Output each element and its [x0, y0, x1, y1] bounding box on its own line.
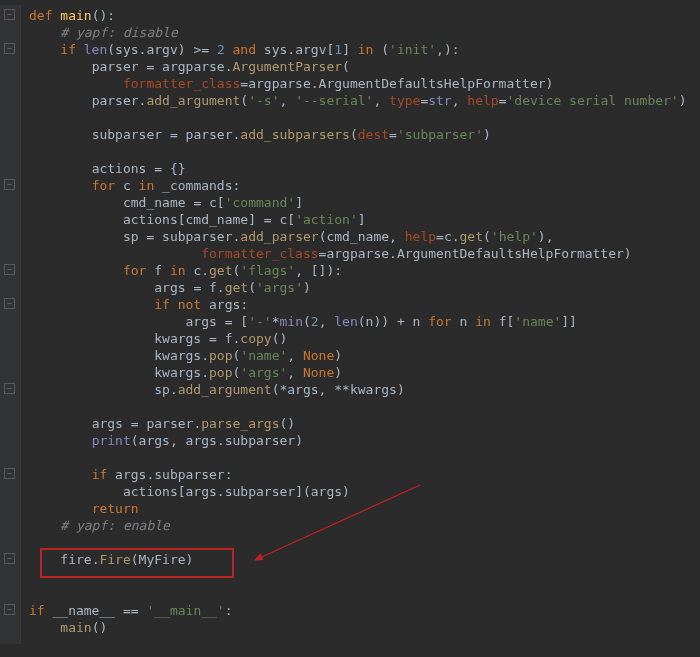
func: add_argument	[178, 382, 272, 397]
comment: # yapf: enable	[60, 518, 170, 533]
fold-icon[interactable]: −	[4, 383, 15, 394]
fold-icon[interactable]: −	[4, 298, 15, 309]
str: '__main__'	[146, 603, 224, 618]
str: 'device serial number'	[507, 93, 679, 108]
id: c	[123, 178, 131, 193]
op: =	[146, 59, 154, 74]
id: cmd_name	[326, 229, 389, 244]
code-block[interactable]: def main(): # yapf: disable if len(sys.a…	[21, 5, 695, 644]
builtin-len: len	[84, 42, 107, 57]
id: argv	[295, 42, 326, 57]
kw: for	[428, 314, 451, 329]
id: _commands	[162, 178, 232, 193]
func: pop	[209, 348, 232, 363]
id: args	[115, 467, 146, 482]
func: add_argument	[146, 93, 240, 108]
id: parser	[186, 127, 233, 142]
id: ArgumentDefaultsHelpFormatter	[397, 246, 624, 261]
id: args	[154, 280, 185, 295]
str: 'subparser'	[397, 127, 483, 142]
id: kwargs	[154, 348, 201, 363]
str: '-s'	[248, 93, 279, 108]
str: '-'	[248, 314, 271, 329]
kw: if	[29, 603, 45, 618]
kw: if	[154, 297, 170, 312]
param: formatter_class	[123, 76, 240, 91]
fold-icon[interactable]: −	[4, 264, 15, 275]
id: args	[92, 416, 123, 431]
kw: in	[139, 178, 155, 193]
id: kwargs	[350, 382, 397, 397]
id: sp	[123, 229, 139, 244]
num: 1	[334, 42, 342, 57]
fold-icon[interactable]: −	[4, 9, 15, 20]
id: f	[154, 263, 162, 278]
id: args	[186, 484, 217, 499]
id: f	[225, 331, 233, 346]
id: MyFire	[139, 552, 186, 567]
str: 'action'	[295, 212, 358, 227]
func: copy	[240, 331, 271, 346]
id: f	[209, 280, 217, 295]
str: 'flags'	[240, 263, 295, 278]
id: sys	[264, 42, 287, 57]
id: args	[139, 433, 170, 448]
id: kwargs	[154, 365, 201, 380]
num: 2	[311, 314, 319, 329]
str: 'init'	[389, 42, 436, 57]
id: sys	[115, 42, 138, 57]
func-main: main	[60, 8, 91, 23]
func: Fire	[99, 552, 130, 567]
id: actions	[123, 212, 178, 227]
builtin: len	[334, 314, 357, 329]
id: subparser	[225, 484, 295, 499]
param: help	[467, 93, 498, 108]
id: f	[499, 314, 507, 329]
builtin: str	[428, 93, 451, 108]
id: argv	[146, 42, 177, 57]
id: c	[444, 229, 452, 244]
id: subparser	[162, 229, 232, 244]
builtin-print: print	[92, 433, 131, 448]
kw: if	[92, 467, 108, 482]
fold-icon[interactable]: −	[4, 43, 15, 54]
id: args	[311, 484, 342, 499]
kw: in	[358, 42, 374, 57]
id: args	[186, 433, 217, 448]
id: subparser	[154, 467, 224, 482]
id: cmd_name	[123, 195, 186, 210]
id: kwargs	[154, 331, 201, 346]
op: >=	[193, 42, 209, 57]
id: ArgumentDefaultsHelpFormatter	[319, 76, 546, 91]
num: 2	[217, 42, 225, 57]
id: parser	[146, 416, 193, 431]
id: subparser	[225, 433, 295, 448]
func: parse_args	[201, 416, 279, 431]
func: add_subparsers	[240, 127, 350, 142]
builtin: min	[279, 314, 302, 329]
str: 'name'	[514, 314, 561, 329]
id: args	[186, 314, 217, 329]
kw: in	[475, 314, 491, 329]
str: 'help'	[491, 229, 538, 244]
fold-icon[interactable]: −	[4, 604, 15, 615]
fold-icon[interactable]: −	[4, 179, 15, 190]
id: argparse	[326, 246, 389, 261]
gutter: − − − − − − − − −	[0, 5, 21, 644]
keyword-def: def	[29, 8, 52, 23]
kw: for	[123, 263, 146, 278]
fold-icon[interactable]: −	[4, 553, 15, 564]
func: get	[225, 280, 248, 295]
none: None	[303, 348, 334, 363]
id: sp	[154, 382, 170, 397]
op: ==	[123, 603, 139, 618]
id: actions	[123, 484, 178, 499]
func: get	[460, 229, 483, 244]
kw: in	[170, 263, 186, 278]
kw: for	[92, 178, 115, 193]
param: dest	[358, 127, 389, 142]
fold-icon[interactable]: −	[4, 468, 15, 479]
func: get	[209, 263, 232, 278]
id: n	[460, 314, 468, 329]
kw-return: return	[92, 501, 139, 516]
